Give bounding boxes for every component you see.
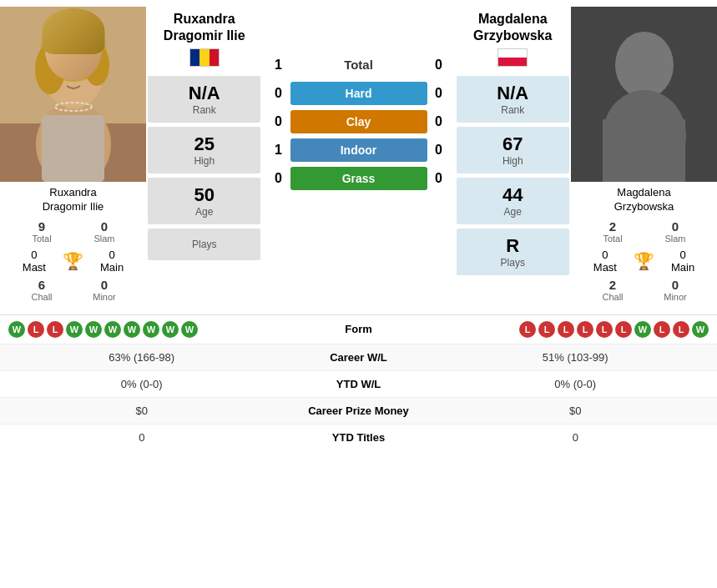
- grass-left-score: 0: [267, 171, 290, 186]
- form-label: Form: [309, 323, 409, 335]
- right-total-cell: 2 Total: [586, 219, 640, 244]
- right-slam-lbl: Slam: [649, 234, 703, 244]
- score-table: 1 Total 0 0 Hard 0 0 Clay 0 1: [267, 53, 451, 195]
- left-age-label: Age: [152, 206, 256, 218]
- svg-rect-16: [603, 119, 685, 182]
- left-chall-grid: 6 Chall 0 Minor: [15, 278, 132, 302]
- svg-point-13: [615, 32, 674, 98]
- right-header-name1: Magdalena: [478, 12, 548, 26]
- right-main-lbl: Main: [671, 261, 694, 274]
- left-chall-lbl: Chall: [15, 292, 69, 302]
- right-minor-val: 0: [649, 278, 703, 292]
- form-badge-l: L: [558, 321, 574, 338]
- form-badge-w: W: [85, 321, 102, 338]
- form-left-badges: WLLWWWWWWW: [8, 321, 309, 338]
- svg-point-6: [35, 44, 65, 94]
- left-slam-val: 0: [78, 219, 132, 234]
- left-stats-panel: Ruxandra Dragomir Ilie N/A Rank 25 High …: [146, 7, 263, 264]
- right-player-photo: [571, 7, 717, 182]
- left-age-box: 50 Age: [148, 178, 260, 224]
- right-stats-panel: Magdalena Grzybowska N/A Rank 67 High 44: [455, 7, 572, 279]
- left-minor-val: 0: [78, 278, 132, 292]
- hard-right-score: 0: [427, 86, 451, 101]
- form-badge-w: W: [143, 321, 159, 338]
- left-high-value: 25: [152, 133, 256, 155]
- left-main-val: 0: [100, 249, 124, 261]
- right-total-lbl: Total: [586, 234, 640, 244]
- right-player-block: Magdalena Grzybowska 2 Total 0 Slam 0 Ma…: [571, 7, 717, 304]
- right-mast-lbl: Mast: [593, 261, 617, 274]
- right-slam-cell: 0 Slam: [649, 219, 703, 244]
- form-right-badges: LLLLLLWLLW: [409, 321, 709, 338]
- right-mast-val: 0: [593, 249, 617, 261]
- left-trophy-icon: 🏆: [63, 251, 83, 271]
- right-total-val: 2: [586, 219, 640, 234]
- left-plays-label: Plays: [152, 239, 256, 250]
- left-high-box: 25 High: [148, 127, 260, 173]
- form-badge-w: W: [634, 321, 651, 338]
- form-badge-w: W: [124, 321, 140, 338]
- left-player-name-header: Ruxandra Dragomir Ilie: [164, 11, 245, 44]
- left-total-val: 9: [15, 219, 69, 234]
- right-name-line2: Grzybowska: [614, 200, 674, 213]
- form-badge-l: L: [47, 321, 63, 338]
- form-badge-w: W: [66, 321, 83, 338]
- left-main-cell: 0 Main: [100, 249, 124, 274]
- right-chall-lbl: Chall: [586, 292, 640, 302]
- score-total-row: 1 Total 0: [267, 53, 451, 77]
- indoor-right-score: 0: [427, 143, 451, 158]
- right-age-box: 44 Age: [457, 178, 569, 224]
- right-high-box: 67 High: [457, 127, 569, 173]
- indoor-badge: Indoor: [290, 138, 427, 162]
- left-mast-val: 0: [23, 249, 46, 261]
- form-badge-w: W: [692, 321, 709, 338]
- form-badge-l: L: [615, 321, 632, 338]
- right-prize: $0: [442, 405, 709, 417]
- total-left-score: 1: [267, 58, 290, 73]
- form-badge-w: W: [104, 321, 121, 338]
- form-badge-l: L: [654, 321, 670, 338]
- right-main-cell: 0 Main: [671, 249, 694, 274]
- left-career-wl: 63% (166-98): [8, 351, 275, 364]
- left-ytd-titles: 0: [8, 431, 275, 444]
- form-badge-w: W: [8, 321, 25, 338]
- score-hard-row: 0 Hard 0: [267, 82, 451, 105]
- svg-point-7: [84, 44, 109, 86]
- right-player-svg: [571, 7, 717, 182]
- right-chall-grid: 2 Chall 0 Minor: [586, 278, 703, 302]
- right-rank-label: Rank: [461, 104, 565, 116]
- bottom-section: WLLWWWWWWW Form LLLLLLWLLW 63% (166-98) …: [0, 314, 717, 450]
- right-header: Magdalena Grzybowska: [473, 11, 552, 69]
- left-stats-grid: 9 Total 0 Slam: [15, 219, 132, 244]
- top-section: Ruxandra Dragomir Ilie 9 Total 0 Slam 0 …: [0, 0, 717, 310]
- left-rank-label: Rank: [152, 104, 256, 116]
- left-plays-box: Plays: [148, 229, 260, 260]
- right-age-value: 44: [461, 184, 565, 206]
- left-player-block: Ruxandra Dragomir Ilie 9 Total 0 Slam 0 …: [0, 7, 146, 304]
- right-main-val: 0: [671, 249, 694, 261]
- right-header-name2: Grzybowska: [473, 28, 552, 43]
- ytd-titles-row: 0 YTD Titles 0: [0, 424, 717, 450]
- right-name-line1: Magdalena: [617, 186, 670, 199]
- left-player-photo: [0, 7, 146, 182]
- left-name-line1: Ruxandra: [49, 186, 96, 199]
- form-badge-l: L: [596, 321, 613, 338]
- career-wl-label: Career W/L: [275, 351, 442, 364]
- right-ytd-titles: 0: [442, 431, 709, 444]
- left-slam-cell: 0 Slam: [78, 219, 132, 244]
- left-header-name2: Dragomir Ilie: [164, 28, 245, 43]
- form-badge-w: W: [162, 321, 179, 338]
- svg-point-8: [61, 67, 69, 77]
- form-badge-l: L: [28, 321, 44, 338]
- right-minor-lbl: Minor: [649, 292, 703, 302]
- form-badge-l: L: [519, 321, 536, 338]
- form-badge-l: L: [673, 321, 689, 338]
- right-ytd-wl: 0% (0-0): [442, 378, 709, 390]
- page-container: Ruxandra Dragomir Ilie 9 Total 0 Slam 0 …: [0, 0, 717, 450]
- left-player-name-below: Ruxandra Dragomir Ilie: [38, 182, 109, 217]
- svg-point-9: [78, 67, 86, 77]
- left-mast-lbl: Mast: [23, 261, 46, 274]
- clay-left-score: 0: [267, 114, 290, 129]
- right-high-label: High: [461, 155, 565, 167]
- left-flag: [189, 48, 220, 67]
